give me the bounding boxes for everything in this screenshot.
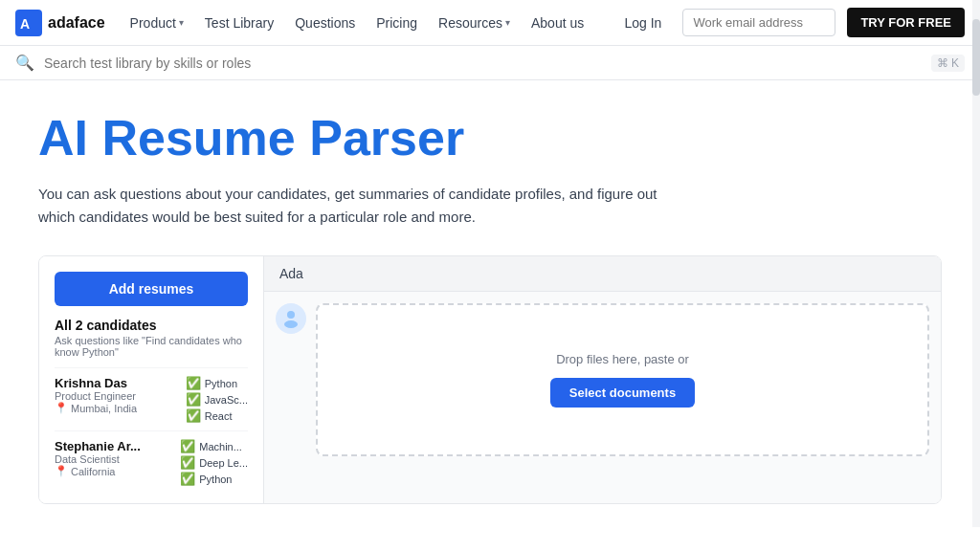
chat-panel: Ada Drop files here, paste or Select doc… [264, 256, 941, 503]
select-documents-button[interactable]: Select documents [550, 378, 695, 408]
nav-product[interactable]: Product ▾ [121, 10, 193, 36]
hero-description: You can ask questions about your candida… [38, 183, 689, 229]
add-resumes-button[interactable]: Add resumes [55, 272, 248, 306]
nav-about[interactable]: About us [522, 10, 593, 36]
drop-text: Drop files here, paste or [556, 352, 689, 366]
nav-right: Log In TRY FOR FREE [614, 8, 965, 37]
candidate-name: Krishna Das [55, 376, 137, 390]
search-icon: 🔍 [15, 54, 34, 72]
check-icon: ✅ [180, 439, 195, 453]
skill-badge: ✅Python [186, 376, 237, 390]
all-candidates-title: All 2 candidates [55, 318, 248, 333]
chevron-down-icon: ▾ [505, 17, 510, 28]
candidate-location: 📍 Mumbai, India [55, 402, 137, 414]
navbar: A adaface Product ▾ Test Library Questio… [0, 0, 980, 46]
skill-badge: ✅JavaSc... [186, 392, 248, 407]
chat-header: Ada [264, 256, 941, 292]
nav-questions[interactable]: Questions [285, 10, 365, 36]
check-icon: ✅ [186, 408, 201, 423]
check-icon: ✅ [186, 376, 201, 390]
check-icon: ✅ [180, 472, 195, 486]
demo-area: Add resumes All 2 candidates Ask questio… [38, 255, 942, 504]
list-item[interactable]: Stephanie Ar... Data Scientist 📍 Califor… [55, 430, 248, 494]
check-icon: ✅ [186, 392, 201, 407]
search-input[interactable] [44, 55, 922, 71]
logo-text: adaface [48, 14, 105, 32]
candidate-role: Data Scientist [55, 453, 141, 465]
all-candidates-hint: Ask questions like "Find candidates who … [55, 335, 248, 358]
candidate-skills: ✅Machin... ✅Deep Le... ✅Python [180, 439, 248, 486]
main-content: AI Resume Parser You can ask questions a… [0, 80, 980, 527]
check-icon: ✅ [180, 455, 195, 470]
avatar [276, 303, 306, 334]
chat-body: Drop files here, paste or Select documen… [264, 292, 941, 503]
svg-point-2 [287, 311, 295, 319]
hero-title: AI Resume Parser [38, 111, 942, 165]
chevron-down-icon: ▾ [179, 17, 184, 28]
location-icon: 📍 [55, 402, 68, 414]
drop-zone: Drop files here, paste or Select documen… [316, 303, 929, 456]
candidate-skills: ✅Python ✅JavaSc... ✅React [186, 376, 248, 423]
logo[interactable]: A adaface [15, 10, 105, 36]
skill-badge: ✅React [186, 408, 233, 423]
candidate-location: 📍 California [55, 465, 141, 477]
candidate-info: Stephanie Ar... Data Scientist 📍 Califor… [55, 439, 141, 477]
nav-pricing[interactable]: Pricing [367, 10, 427, 36]
skill-badge: ✅Python [180, 472, 232, 486]
sidebar-panel: Add resumes All 2 candidates Ask questio… [39, 256, 264, 503]
candidate-info: Krishna Das Product Engineer 📍 Mumbai, I… [55, 376, 137, 414]
candidate-section: All 2 candidates Ask questions like "Fin… [39, 318, 263, 494]
svg-point-3 [284, 320, 298, 328]
location-icon: 📍 [55, 465, 68, 477]
nav-resources[interactable]: Resources ▾ [429, 10, 520, 36]
skill-badge: ✅Machin... [180, 439, 242, 453]
nav-test-library[interactable]: Test Library [195, 10, 283, 36]
candidate-name: Stephanie Ar... [55, 439, 141, 453]
try-free-button[interactable]: TRY FOR FREE [847, 8, 965, 37]
email-input[interactable] [682, 9, 835, 36]
keyboard-shortcut: ⌘ K [931, 55, 965, 72]
scrollbar-track[interactable] [972, 0, 980, 527]
search-bar: 🔍 ⌘ K [0, 46, 980, 80]
candidate-role: Product Engineer [55, 390, 137, 402]
login-button[interactable]: Log In [614, 10, 671, 36]
svg-text:A: A [20, 16, 30, 32]
scrollbar-thumb[interactable] [972, 19, 980, 96]
nav-items: Product ▾ Test Library Questions Pricing… [121, 10, 608, 36]
logo-icon: A [15, 10, 42, 36]
skill-badge: ✅Deep Le... [180, 455, 248, 470]
list-item[interactable]: Krishna Das Product Engineer 📍 Mumbai, I… [55, 367, 248, 430]
